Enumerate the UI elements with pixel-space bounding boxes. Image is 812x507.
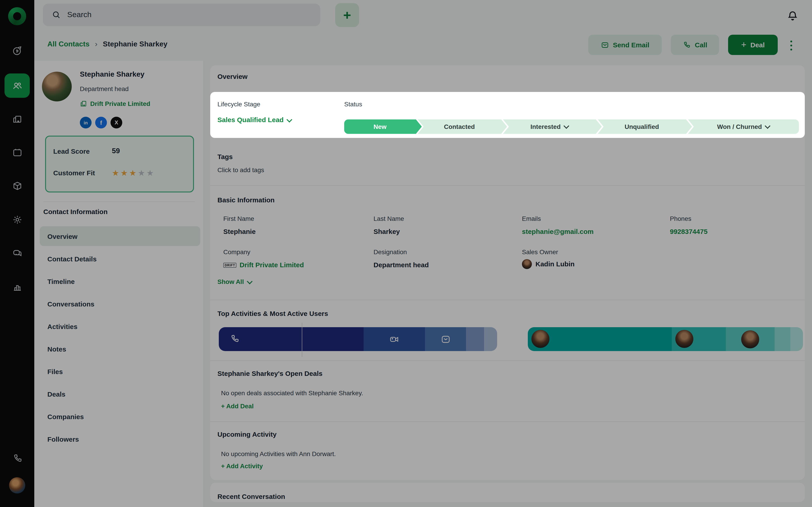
sidebar-item-timeline[interactable]: Timeline bbox=[40, 271, 200, 291]
send-email-button[interactable]: Send Email bbox=[588, 35, 662, 55]
user-segment[interactable] bbox=[672, 327, 726, 351]
quick-add-button[interactable]: + bbox=[335, 3, 359, 27]
stage-new[interactable]: New bbox=[344, 119, 416, 134]
conversations-icon[interactable] bbox=[0, 241, 34, 265]
last-name-label: Last Name bbox=[373, 215, 404, 222]
call-button[interactable]: Call bbox=[671, 35, 719, 55]
emails-label: Emails bbox=[522, 215, 541, 222]
company-logo-badge: DRIFT bbox=[223, 263, 236, 268]
top-activities-heading: Top Activities & Most Active Users bbox=[217, 309, 328, 317]
sidebar-item-deals[interactable]: Deals bbox=[40, 384, 200, 404]
contact-company-label: Drift Private Limited bbox=[90, 100, 150, 107]
sales-owner-value: Kadin Lubin bbox=[522, 259, 574, 269]
app-rail bbox=[0, 0, 34, 507]
sales-owner-label: Sales Owner bbox=[522, 248, 558, 256]
sidebar-item-activities[interactable]: Activities bbox=[40, 316, 200, 336]
revenue-icon[interactable] bbox=[0, 38, 34, 63]
breadcrumb-all-contacts[interactable]: All Contacts bbox=[47, 40, 90, 48]
stage-interested[interactable]: Interested bbox=[503, 119, 596, 134]
activity-segment-email[interactable] bbox=[425, 327, 466, 351]
search-icon bbox=[52, 10, 61, 19]
plus-icon: + bbox=[343, 7, 351, 23]
video-icon bbox=[389, 334, 399, 344]
last-name-value: Sharkey bbox=[373, 228, 400, 235]
breadcrumb-current: Stephanie Sharkey bbox=[103, 40, 167, 48]
add-tags-field[interactable]: Click to add tags bbox=[217, 166, 264, 173]
user-segment[interactable] bbox=[726, 327, 775, 351]
lifecycle-stage-select[interactable]: Sales Qualified Lead bbox=[217, 116, 291, 123]
sidebar-item-overview[interactable]: Overview bbox=[40, 226, 200, 246]
products-icon[interactable] bbox=[0, 173, 34, 198]
divider bbox=[210, 300, 805, 300]
customer-fit-label: Customer Fit bbox=[53, 169, 95, 177]
contacts-icon[interactable] bbox=[4, 73, 30, 98]
facebook-icon[interactable]: f bbox=[95, 117, 107, 128]
first-name-label: First Name bbox=[223, 215, 254, 222]
stage-won-churned[interactable]: Won / Churned bbox=[688, 119, 799, 134]
sidebar-item-notes[interactable]: Notes bbox=[40, 339, 200, 359]
lifecycle-stage-label: Lifecycle Stage bbox=[217, 101, 260, 108]
upcoming-activity-heading: Upcoming Activity bbox=[217, 431, 276, 438]
sidebar-item-companies[interactable]: Companies bbox=[40, 406, 200, 426]
send-email-label: Send Email bbox=[613, 41, 649, 49]
top-activities-bar[interactable] bbox=[219, 327, 497, 351]
lead-score-value: 59 bbox=[112, 147, 120, 155]
breadcrumb-separator: › bbox=[95, 40, 97, 49]
divider bbox=[210, 421, 805, 422]
chevron-down-icon bbox=[765, 123, 770, 129]
phone-dialer-icon[interactable] bbox=[0, 446, 34, 470]
activity-segment-calls[interactable] bbox=[219, 327, 364, 351]
stage-contacted[interactable]: Contacted bbox=[418, 119, 501, 134]
lead-score-card: Lead Score 59 Customer Fit ★★★★★ bbox=[45, 136, 194, 192]
sidebar-item-files[interactable]: Files bbox=[40, 361, 200, 381]
contact-name: Stephanie Sharkey bbox=[80, 70, 144, 78]
user-avatar bbox=[741, 330, 759, 348]
phones-label: Phones bbox=[670, 215, 691, 222]
activities-calendar-icon[interactable] bbox=[0, 140, 34, 165]
activity-segment-other[interactable] bbox=[484, 327, 497, 351]
most-active-users-bar[interactable] bbox=[528, 327, 803, 351]
linkedin-icon[interactable]: in bbox=[80, 117, 92, 128]
user-segment[interactable] bbox=[790, 327, 803, 351]
open-deals-heading: Stephanie Sharkey's Open Deals bbox=[217, 370, 322, 377]
call-label: Call bbox=[695, 41, 707, 49]
contact-company-link[interactable]: Drift Private Limited bbox=[80, 100, 150, 107]
phone-link[interactable]: 9928374475 bbox=[670, 228, 708, 235]
notifications-bell-icon[interactable] bbox=[787, 10, 799, 22]
add-deal-button[interactable]: + Deal bbox=[728, 35, 778, 55]
upcoming-activity-empty-text: No upcoming Activities with Ann Dorwart. bbox=[221, 450, 336, 457]
more-options-kebab-icon[interactable] bbox=[787, 41, 796, 51]
analytics-icon[interactable] bbox=[0, 275, 34, 299]
brand-logo-icon[interactable] bbox=[8, 7, 26, 25]
activity-segment-other[interactable] bbox=[466, 327, 484, 351]
customer-fit-stars[interactable]: ★★★★★ bbox=[112, 168, 155, 178]
user-profile-avatar[interactable] bbox=[9, 477, 25, 494]
stage-unqualified[interactable]: Unqualified bbox=[598, 119, 686, 134]
divider bbox=[210, 185, 805, 186]
email-link[interactable]: stephanie@gmail.com bbox=[522, 228, 594, 235]
sidebar-item-contact-details[interactable]: Contact Details bbox=[40, 249, 200, 269]
contact-info-heading: Contact Information bbox=[43, 208, 108, 215]
x-twitter-icon[interactable]: X bbox=[110, 117, 122, 128]
basic-info-heading: Basic Information bbox=[217, 196, 274, 204]
user-segment[interactable] bbox=[775, 327, 790, 351]
lead-score-label: Lead Score bbox=[53, 147, 90, 155]
chevron-down-icon bbox=[287, 117, 292, 122]
add-deal-link[interactable]: + Add Deal bbox=[221, 402, 254, 410]
sidebar-item-followers[interactable]: Followers bbox=[40, 429, 200, 449]
search-placeholder: Search bbox=[67, 10, 92, 19]
companies-icon[interactable] bbox=[0, 107, 34, 131]
status-label: Status bbox=[344, 101, 362, 108]
settings-gear-icon[interactable] bbox=[0, 207, 34, 232]
search-input[interactable]: Search bbox=[43, 4, 320, 26]
user-avatar bbox=[531, 330, 550, 348]
company-link[interactable]: DRIFTDrift Private Limited bbox=[223, 261, 304, 269]
overview-card: Overview Lifecycle Stage Sales Qualified… bbox=[210, 65, 805, 480]
activity-segment-video[interactable] bbox=[364, 327, 425, 351]
bars-divider bbox=[302, 323, 302, 357]
add-activity-link[interactable]: + Add Activity bbox=[221, 462, 263, 469]
show-all-toggle[interactable]: Show All bbox=[217, 278, 252, 285]
divider bbox=[43, 202, 195, 202]
user-segment[interactable] bbox=[528, 327, 672, 351]
sidebar-item-conversations[interactable]: Conversations bbox=[40, 294, 200, 314]
